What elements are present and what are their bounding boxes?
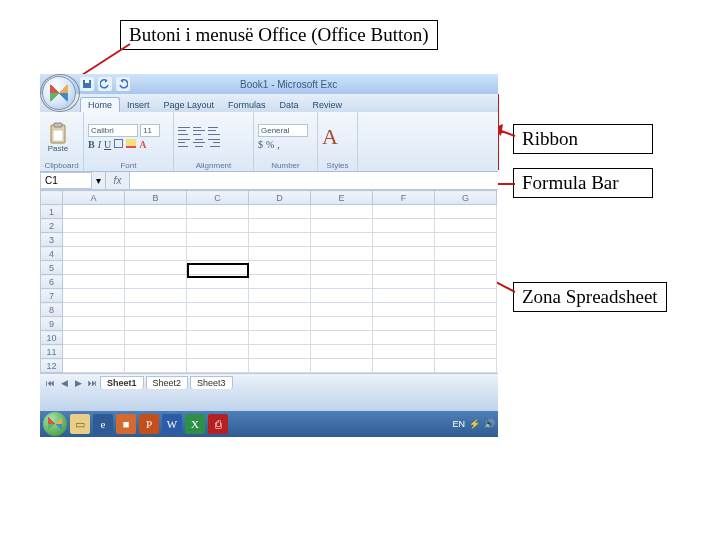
- col-header-F[interactable]: F: [373, 191, 435, 205]
- cell[interactable]: [373, 275, 435, 289]
- cell[interactable]: [187, 205, 249, 219]
- fx-button[interactable]: fx: [106, 172, 130, 189]
- tab-review[interactable]: Review: [306, 98, 350, 112]
- cell[interactable]: [187, 303, 249, 317]
- cell[interactable]: [311, 205, 373, 219]
- align-top-icon[interactable]: [178, 126, 190, 136]
- name-box[interactable]: C1: [40, 172, 92, 189]
- percent-button[interactable]: %: [266, 139, 274, 150]
- cell[interactable]: [373, 359, 435, 373]
- cell[interactable]: [249, 205, 311, 219]
- cell[interactable]: [435, 289, 497, 303]
- cell[interactable]: [249, 303, 311, 317]
- cell[interactable]: [249, 345, 311, 359]
- cell[interactable]: [373, 233, 435, 247]
- cell[interactable]: [435, 233, 497, 247]
- taskbar-ie-icon[interactable]: e: [93, 414, 113, 434]
- qat-save-icon[interactable]: [80, 77, 94, 91]
- cell-styles-button[interactable]: A: [322, 124, 338, 150]
- cell[interactable]: [63, 303, 125, 317]
- font-name-select[interactable]: Calibri: [88, 124, 138, 137]
- name-box-dropdown[interactable]: ▾: [92, 172, 106, 189]
- spreadsheet-grid[interactable]: ABCDEFG123456789101112: [40, 190, 498, 373]
- col-header-E[interactable]: E: [311, 191, 373, 205]
- cell[interactable]: [125, 247, 187, 261]
- cell[interactable]: [187, 289, 249, 303]
- cell[interactable]: [187, 233, 249, 247]
- cell[interactable]: [187, 275, 249, 289]
- row-header-4[interactable]: 4: [41, 247, 63, 261]
- align-bottom-icon[interactable]: [208, 126, 220, 136]
- row-header-3[interactable]: 3: [41, 233, 63, 247]
- cell[interactable]: [311, 331, 373, 345]
- italic-button[interactable]: I: [98, 139, 101, 150]
- cell[interactable]: [311, 289, 373, 303]
- cell[interactable]: [249, 289, 311, 303]
- sheet-tab-sheet2[interactable]: Sheet2: [146, 376, 189, 389]
- row-header-11[interactable]: 11: [41, 345, 63, 359]
- sheet-nav-first-icon[interactable]: ⏮: [44, 377, 56, 389]
- cell[interactable]: [63, 233, 125, 247]
- cell[interactable]: [435, 205, 497, 219]
- cell[interactable]: [187, 219, 249, 233]
- cell[interactable]: [311, 275, 373, 289]
- col-header-B[interactable]: B: [125, 191, 187, 205]
- col-header-G[interactable]: G: [435, 191, 497, 205]
- cell[interactable]: [125, 359, 187, 373]
- cell[interactable]: [373, 205, 435, 219]
- cell[interactable]: [373, 247, 435, 261]
- tray-network-icon[interactable]: ⚡: [469, 419, 480, 429]
- cell[interactable]: [311, 359, 373, 373]
- cell[interactable]: [435, 317, 497, 331]
- cell[interactable]: [373, 261, 435, 275]
- align-right-icon[interactable]: [208, 138, 220, 148]
- cell[interactable]: [311, 345, 373, 359]
- cell[interactable]: [125, 289, 187, 303]
- tab-home[interactable]: Home: [80, 97, 120, 112]
- cell[interactable]: [125, 233, 187, 247]
- cell[interactable]: [187, 345, 249, 359]
- tray-lang[interactable]: EN: [452, 419, 465, 429]
- cell[interactable]: [311, 233, 373, 247]
- cell[interactable]: [125, 275, 187, 289]
- cell[interactable]: [63, 219, 125, 233]
- cell[interactable]: [249, 317, 311, 331]
- row-header-6[interactable]: 6: [41, 275, 63, 289]
- paste-button[interactable]: Paste: [44, 118, 72, 156]
- cell[interactable]: [125, 261, 187, 275]
- row-header-12[interactable]: 12: [41, 359, 63, 373]
- cell[interactable]: [373, 317, 435, 331]
- col-header-C[interactable]: C: [187, 191, 249, 205]
- cell[interactable]: [249, 261, 311, 275]
- sheet-tab-sheet1[interactable]: Sheet1: [100, 376, 144, 389]
- underline-button[interactable]: U: [104, 139, 111, 150]
- border-button[interactable]: [114, 139, 123, 148]
- cell[interactable]: [311, 247, 373, 261]
- cell[interactable]: [249, 219, 311, 233]
- cell[interactable]: [435, 359, 497, 373]
- font-color-button[interactable]: A: [139, 139, 146, 150]
- cell[interactable]: [63, 359, 125, 373]
- fill-color-button[interactable]: [126, 139, 136, 148]
- col-header-D[interactable]: D: [249, 191, 311, 205]
- cell[interactable]: [187, 317, 249, 331]
- cell[interactable]: [373, 219, 435, 233]
- tray-volume-icon[interactable]: 🔊: [484, 419, 495, 429]
- cell[interactable]: [435, 261, 497, 275]
- cell[interactable]: [435, 219, 497, 233]
- sheet-nav-prev-icon[interactable]: ◀: [58, 377, 70, 389]
- qat-redo-icon[interactable]: [116, 77, 130, 91]
- cell[interactable]: [249, 247, 311, 261]
- sheet-nav-last-icon[interactable]: ⏭: [86, 377, 98, 389]
- cell[interactable]: [187, 261, 249, 275]
- cell[interactable]: [125, 317, 187, 331]
- row-header-7[interactable]: 7: [41, 289, 63, 303]
- cell[interactable]: [63, 317, 125, 331]
- row-header-10[interactable]: 10: [41, 331, 63, 345]
- cell[interactable]: [125, 219, 187, 233]
- cell[interactable]: [63, 275, 125, 289]
- number-format-select[interactable]: General: [258, 124, 308, 137]
- cell[interactable]: [63, 247, 125, 261]
- tab-data[interactable]: Data: [273, 98, 306, 112]
- taskbar-ppt-icon[interactable]: P: [139, 414, 159, 434]
